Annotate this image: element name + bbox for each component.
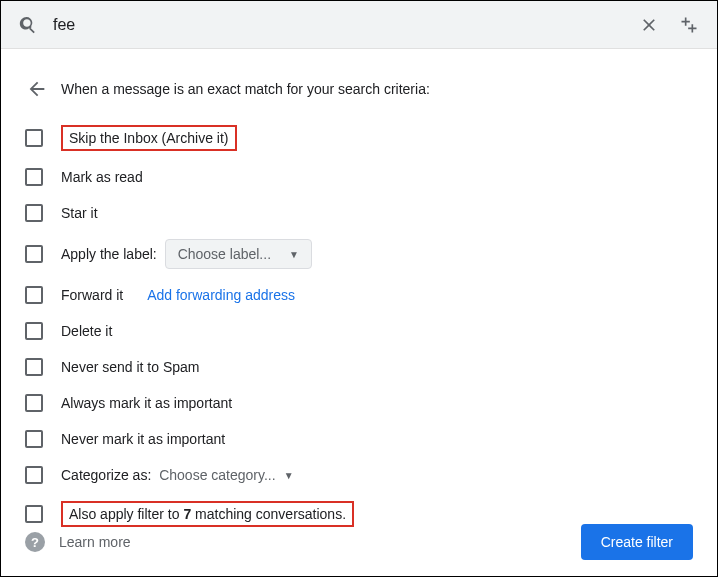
- option-skip-inbox: Skip the Inbox (Archive it): [61, 125, 237, 151]
- filter-dialog: When a message is an exact match for you…: [0, 0, 718, 577]
- option-forward: Forward it: [61, 287, 123, 303]
- checkbox-always-important[interactable]: [25, 394, 43, 412]
- filter-options-panel: When a message is an exact match for you…: [1, 49, 717, 559]
- search-bar: [1, 1, 717, 49]
- checkbox-delete[interactable]: [25, 322, 43, 340]
- choose-category-dropdown[interactable]: Choose category... ▼: [159, 467, 293, 483]
- checkbox-never-important[interactable]: [25, 430, 43, 448]
- checkbox-categorize[interactable]: [25, 466, 43, 484]
- footer: ? Learn more Create filter: [25, 524, 693, 560]
- search-icon[interactable]: [9, 5, 49, 45]
- chevron-down-icon: ▼: [284, 470, 294, 481]
- create-filter-button[interactable]: Create filter: [581, 524, 693, 560]
- option-always-important: Always mark it as important: [61, 395, 232, 411]
- learn-more-link[interactable]: Learn more: [59, 534, 131, 550]
- option-never-spam: Never send it to Spam: [61, 359, 200, 375]
- add-forwarding-link[interactable]: Add forwarding address: [147, 287, 295, 303]
- checkbox-skip-inbox[interactable]: [25, 129, 43, 147]
- option-apply-label-text: Apply the label:: [61, 246, 157, 262]
- option-star: Star it: [61, 205, 98, 221]
- header-text: When a message is an exact match for you…: [61, 81, 430, 97]
- checkbox-star[interactable]: [25, 204, 43, 222]
- help-icon[interactable]: ?: [25, 532, 45, 552]
- option-delete: Delete it: [61, 323, 112, 339]
- search-options-icon[interactable]: [669, 5, 709, 45]
- checkbox-apply-label[interactable]: [25, 245, 43, 263]
- checkbox-also-apply[interactable]: [25, 505, 43, 523]
- choose-label-dropdown[interactable]: Choose label... ▼: [165, 239, 312, 269]
- option-mark-read: Mark as read: [61, 169, 143, 185]
- checkbox-mark-read[interactable]: [25, 168, 43, 186]
- clear-icon[interactable]: [629, 5, 669, 45]
- checkbox-forward[interactable]: [25, 286, 43, 304]
- option-categorize-text: Categorize as:: [61, 467, 151, 483]
- chevron-down-icon: ▼: [289, 249, 299, 260]
- search-input[interactable]: [49, 16, 629, 34]
- checkbox-never-spam[interactable]: [25, 358, 43, 376]
- option-never-important: Never mark it as important: [61, 431, 225, 447]
- back-arrow-icon[interactable]: [25, 77, 49, 101]
